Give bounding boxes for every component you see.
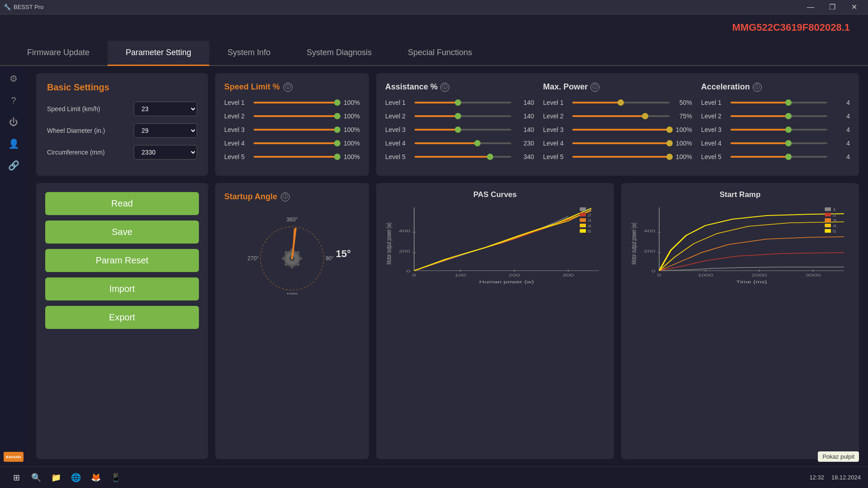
circumference-select[interactable]: 2330 2200 2100 [134, 145, 197, 160]
slider-track[interactable] [254, 102, 337, 103]
slider-track[interactable] [572, 129, 669, 131]
assistance-info-icon[interactable]: ⓘ [440, 83, 449, 92]
slider-value: 4 [832, 126, 850, 133]
nav-system-diagnosis[interactable]: System Diagnosis [288, 41, 390, 66]
nav-system-info[interactable]: System Info [209, 41, 288, 66]
slider-track[interactable] [415, 156, 511, 158]
slider-value: 4 [832, 113, 850, 120]
sidebar: ⚙ ? ⏻ 👤 🔗 [0, 66, 27, 174]
max-power-title: Max. Power [543, 82, 588, 92]
slider-track[interactable] [254, 156, 337, 158]
sidebar-settings-icon[interactable]: ⚙ [5, 70, 23, 88]
level-label: Level 2 [701, 113, 726, 120]
slider-track[interactable] [572, 142, 669, 144]
slider-track[interactable] [415, 115, 511, 117]
slider-track[interactable] [731, 102, 827, 103]
slider-track[interactable] [415, 142, 511, 144]
svg-rect-62 [825, 218, 831, 222]
svg-rect-64 [825, 224, 831, 227]
svg-rect-34 [580, 213, 586, 216]
slider-track[interactable] [572, 102, 669, 103]
slider-track[interactable] [254, 129, 337, 131]
right-panel: Assistance % ⓘ Level 1140Level 2140Level… [376, 73, 859, 459]
svg-text:0: 0 [657, 273, 661, 277]
nav-bar: Firmware Update Parameter Setting System… [0, 41, 868, 66]
level-row: Level 1100% [224, 99, 360, 106]
search-button[interactable]: 🔍 [27, 469, 45, 486]
sidebar-help-icon[interactable]: ? [5, 91, 23, 109]
start-button[interactable]: ⊞ [7, 469, 25, 486]
slider-value: 230 [516, 140, 534, 147]
read-button[interactable]: Read [45, 192, 199, 215]
acceleration-info-icon[interactable]: ⓘ [753, 83, 762, 92]
nav-special-functions[interactable]: Special Functions [390, 41, 490, 66]
show-desktop-button[interactable]: Pokaz pulpit [818, 451, 859, 462]
slider-track[interactable] [415, 102, 511, 103]
level-row: Level 4100% [224, 140, 360, 147]
level-row: Level 34 [701, 126, 850, 133]
level-label: Level 3 [385, 126, 410, 133]
svg-text:3: 3 [832, 218, 836, 223]
svg-rect-9 [291, 265, 293, 268]
svg-text:1000: 1000 [698, 273, 713, 277]
main-content: Basic Settings Speed Limit (km/h) 23 25 … [27, 66, 868, 466]
max-power-header: Max. Power ⓘ [543, 82, 692, 92]
level-row: Level 3140 [385, 126, 534, 133]
level-row: Level 54 [701, 153, 850, 160]
slider-track[interactable] [731, 142, 827, 144]
param-reset-button[interactable]: Param Reset [45, 249, 199, 272]
sidebar-user-icon[interactable]: 👤 [5, 135, 23, 153]
slider-track[interactable] [731, 156, 827, 158]
svg-text:2: 2 [832, 213, 836, 217]
startup-angle-dial[interactable]: 360° 90° 180° 270° [247, 213, 337, 295]
speed-limit-select[interactable]: 23 25 32 [134, 102, 197, 116]
export-button[interactable]: Export [45, 306, 199, 329]
speed-limit-panel: Speed Limit % ⓘ Level 1100%Level 2100%Le… [215, 73, 369, 176]
nav-parameter-setting[interactable]: Parameter Setting [108, 41, 209, 66]
wheel-diameter-select[interactable]: 29 26 27.5 [134, 123, 197, 138]
startup-angle-value: 15° [336, 248, 351, 260]
level-label: Level 5 [701, 153, 726, 160]
slider-value: 100% [674, 126, 692, 133]
slider-track[interactable] [415, 129, 511, 131]
svg-text:300: 300 [562, 273, 574, 277]
level-label: Level 3 [701, 126, 726, 133]
speed-limit-header: Speed Limit % ⓘ [224, 82, 360, 92]
svg-text:5: 5 [832, 229, 836, 234]
svg-text:Human power (w): Human power (w) [479, 280, 534, 284]
level-row: Level 150% [543, 99, 692, 106]
slider-track[interactable] [572, 115, 669, 117]
import-button[interactable]: Import [45, 277, 199, 300]
slider-track[interactable] [254, 142, 337, 144]
action-buttons-panel: Read Save Param Reset Import Export [36, 183, 208, 459]
minimize-button[interactable]: — [800, 0, 821, 14]
save-button[interactable]: Save [45, 221, 199, 244]
browser1-button[interactable]: 🌐 [67, 469, 85, 486]
browser2-button[interactable]: 🦊 [87, 469, 105, 486]
level-row: Level 3100% [543, 126, 692, 133]
sidebar-link-icon[interactable]: 🔗 [5, 156, 23, 174]
file-explorer-button[interactable]: 📁 [47, 469, 65, 486]
max-power-info-icon[interactable]: ⓘ [590, 83, 599, 92]
app-icon: 🔧 [4, 4, 11, 10]
level-label: Level 3 [543, 126, 568, 133]
svg-rect-58 [825, 207, 831, 211]
taskbar-time: 12:32 [809, 474, 824, 481]
nav-firmware-update[interactable]: Firmware Update [9, 41, 108, 66]
svg-text:4: 4 [832, 224, 836, 228]
slider-track[interactable] [731, 115, 827, 117]
slider-track[interactable] [731, 129, 827, 131]
app-button[interactable]: 📱 [107, 469, 125, 486]
restore-button[interactable]: ❐ [822, 0, 843, 14]
startup-angle-info-icon[interactable]: ⓘ [281, 192, 290, 202]
level-label: Level 1 [385, 99, 410, 106]
close-button[interactable]: ✕ [844, 0, 864, 14]
svg-text:2: 2 [587, 213, 591, 217]
level-label: Level 4 [543, 140, 568, 147]
svg-text:200: 200 [644, 249, 656, 253]
slider-track[interactable] [572, 156, 669, 158]
sidebar-power-icon[interactable]: ⏻ [5, 113, 23, 131]
taskbar-right: 12:32 18.12.2024 [809, 474, 861, 481]
speed-limit-info-icon[interactable]: ⓘ [283, 83, 292, 92]
slider-track[interactable] [254, 115, 337, 117]
